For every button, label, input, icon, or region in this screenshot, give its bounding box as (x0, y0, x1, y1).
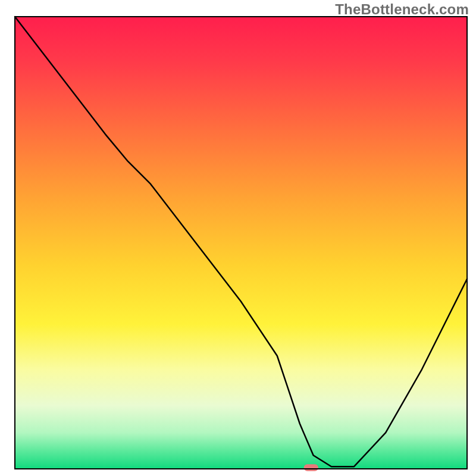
chart-svg (0, 0, 476, 476)
watermark-text: TheBottleneck.com (335, 1, 469, 18)
plot-background (15, 17, 467, 469)
bottleneck-chart: TheBottleneck.com (0, 0, 476, 476)
optimal-marker (304, 464, 318, 471)
